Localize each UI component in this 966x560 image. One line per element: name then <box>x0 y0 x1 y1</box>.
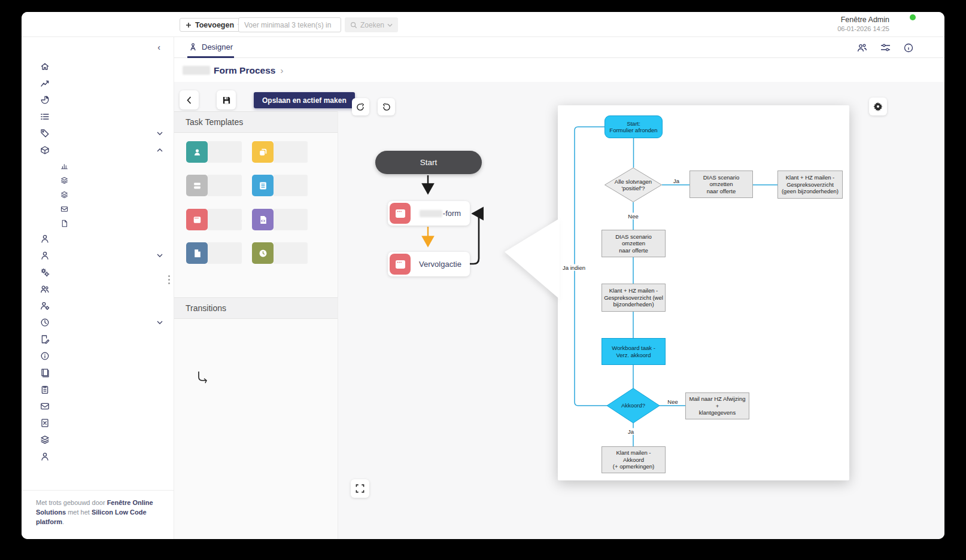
chart-line-icon <box>40 78 50 88</box>
task-template-tiles <box>174 133 338 290</box>
chevron-down-icon <box>157 132 163 136</box>
sidebar-collapse-icon[interactable]: ‹ <box>157 43 160 51</box>
info-icon <box>40 351 50 361</box>
users-icon[interactable] <box>856 43 867 53</box>
sidebar-item-mail-templates[interactable] <box>22 202 174 216</box>
flowchart-callout-tail <box>505 218 560 299</box>
template-tile-screen[interactable] <box>186 209 242 230</box>
sidebar-item-dataservice-wachtrijen[interactable] <box>22 381 174 398</box>
sidebar-item-groepen[interactable] <box>22 281 174 297</box>
tile-label <box>274 141 308 163</box>
template-tile-docu[interactable] <box>186 242 242 264</box>
sidebar-item-schermuitleg[interactable] <box>22 348 174 364</box>
transition-arrow-item[interactable] <box>195 369 212 389</box>
fullscreen-icon <box>356 484 364 493</box>
sliders-icon[interactable] <box>880 43 891 52</box>
back-button[interactable] <box>180 90 199 109</box>
start-node[interactable]: Start <box>375 151 482 174</box>
panel-resize-handle[interactable] <box>168 275 170 284</box>
layers-icon <box>40 435 50 445</box>
template-tile-form[interactable] <box>252 175 308 196</box>
sidebar-item-content-blocks[interactable] <box>22 173 174 187</box>
flow-decision-akkoord: Akkoord? <box>621 402 645 409</box>
sidebar-item-rollen[interactable] <box>22 297 174 314</box>
sidebar-item-bestandtypen[interactable] <box>22 331 174 348</box>
sidebar: ‹ Met trots gebouwd door Fenêtre Online … <box>22 37 174 539</box>
sidebar-item-jobs[interactable] <box>22 314 174 331</box>
template-tile-sched[interactable] <box>252 242 308 264</box>
sidebar-item-processes[interactable] <box>22 75 174 92</box>
template-tile-auto[interactable] <box>186 175 242 196</box>
layers-icon <box>60 176 68 184</box>
form-node-label: -form <box>443 209 461 218</box>
tab-designer[interactable]: Designer <box>187 37 234 58</box>
sidebar-item-instellingen[interactable] <box>22 264 174 281</box>
gears-icon <box>40 267 50 277</box>
flow-edge-label-nee: Nee <box>666 398 679 405</box>
flow-decision-alle-slotvragen: Alle slotvragen 'positief'? <box>615 178 652 192</box>
save-and-activate-button[interactable]: Opslaan en actief maken <box>254 92 355 108</box>
redo-button[interactable] <box>352 98 369 115</box>
sidebar-item-data-service-templates[interactable] <box>22 159 174 173</box>
template-tile-subpr[interactable] <box>252 141 308 163</box>
designer-icon <box>189 42 198 51</box>
sidebar-item-contractagents[interactable] <box>22 448 174 465</box>
flowchart-popover: Start: Formulier afrondenDIAS scenario o… <box>558 105 849 480</box>
fullscreen-button[interactable] <box>351 479 369 498</box>
sidebar-item-relatie-excel-importen[interactable] <box>22 415 174 431</box>
gear-icon <box>873 102 883 111</box>
plus-icon <box>186 22 192 28</box>
tab-bar: Designer <box>174 37 944 58</box>
code-tile-icon <box>252 209 274 230</box>
sidebar-item-templates[interactable] <box>22 142 174 159</box>
sidebar-item-silicon-logged-emails[interactable] <box>22 398 174 415</box>
sidebar-item-audit-logs[interactable] <box>22 364 174 381</box>
sidebar-item-contentblokken[interactable] <box>22 431 174 448</box>
sidebar-item-tasks[interactable] <box>22 108 174 125</box>
flow-node-klant-hz-geen: Klant + HZ mailen - Gespreksoverzicht (g… <box>777 171 843 199</box>
form-tile-icon <box>252 175 274 196</box>
form-task-node[interactable]: -form <box>388 201 470 226</box>
search-button[interactable]: Zoeken <box>345 17 398 32</box>
chart-pie-icon <box>40 95 50 105</box>
sidebar-item-rapporten[interactable] <box>22 92 174 108</box>
tag-icon <box>40 129 50 138</box>
template-tile-human[interactable] <box>186 141 242 163</box>
save-icon <box>222 96 231 105</box>
online-status-dot <box>910 14 916 20</box>
footer-text: met het <box>66 509 92 516</box>
user-name: Fenêtre Admin <box>837 16 889 25</box>
task-templates-header: Task Templates <box>174 111 338 133</box>
footer-text: . <box>62 518 64 525</box>
sidebar-item-document-templates[interactable] <box>22 216 174 230</box>
app-window: Toevoegen Zoeken Fenêtre Admin 06-01-202… <box>22 12 944 539</box>
undo-button[interactable] <box>378 98 395 115</box>
copy-tile-icon <box>252 141 274 163</box>
settings-button[interactable] <box>869 98 887 115</box>
layers-icon <box>60 190 68 199</box>
user-icon <box>40 234 50 244</box>
sidebar-footer: Met trots gebouwd door Fenêtre Online So… <box>22 490 174 539</box>
search-input[interactable] <box>238 17 341 32</box>
sidebar-item-gebruikers[interactable] <box>22 230 174 247</box>
chevron-down-icon <box>387 23 393 27</box>
flow-node-workboard-taak: Workboard taak - Verz. akkoord <box>602 338 666 365</box>
sidebar-item-tags[interactable] <box>22 125 174 142</box>
transitions-header: Transitions <box>174 297 338 319</box>
info-icon[interactable] <box>904 43 913 53</box>
designer-content: Opslaan en actief maken Task Templates T… <box>174 82 944 539</box>
save-button[interactable] <box>217 90 236 109</box>
tile-label <box>274 175 308 196</box>
clock-icon <box>40 318 50 327</box>
flow-node-dias-offerte: DIAS scenario omzetten naar offerte <box>602 230 666 257</box>
sidebar-item-dashboard[interactable] <box>22 58 174 75</box>
sidebar-item-proces-templates[interactable] <box>22 187 174 202</box>
template-tile-code[interactable] <box>252 209 308 230</box>
user-info: Fenêtre Admin 06-01-2026 14:25 <box>837 16 889 33</box>
user-icon <box>40 251 50 260</box>
footer-text: Met trots gebouwd door <box>36 499 107 506</box>
vervolgactie-task-node[interactable]: Vervolgactie <box>388 252 470 276</box>
breadcrumb-chevron-icon: › <box>280 65 283 75</box>
sidebar-item-organization-settings[interactable] <box>22 247 174 264</box>
sidebar-nav <box>22 58 174 465</box>
